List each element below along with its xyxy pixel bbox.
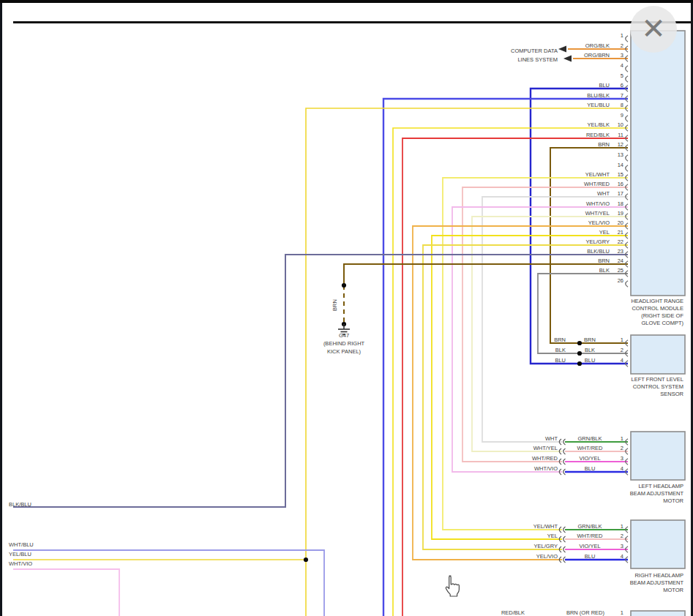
- pin-connector-arc: [626, 155, 628, 161]
- pin-number: 8: [621, 102, 623, 108]
- wire-label: BLU/BLK: [587, 92, 610, 99]
- background-window-edge: [0, 0, 13, 616]
- junction-dot: [577, 361, 582, 366]
- wire-label: BLK: [585, 347, 595, 353]
- wiring-diagram-viewer: 12ORG/BLK3ORG/BRN456BLU7BLU/BLK8YEL/BLU9…: [0, 0, 693, 616]
- pin-number: 25: [618, 267, 623, 274]
- wire-label: YEL: [599, 229, 610, 236]
- wire-label: WHT/RED: [532, 455, 558, 462]
- wire-label: BLU: [555, 357, 566, 364]
- pin-number: 16: [618, 181, 623, 187]
- junction-dot: [304, 557, 308, 562]
- wire-label: ORG/BLK: [585, 42, 610, 49]
- pin-number: 26: [618, 277, 623, 284]
- pin-number: 4: [621, 553, 623, 560]
- module-label-1: HEADLIGHT RANGE: [631, 298, 683, 304]
- wire-label: WHT/RED: [584, 181, 610, 187]
- wire-blk-pin25: [538, 274, 628, 353]
- pin-number: 24: [618, 258, 623, 264]
- pin-number: 22: [618, 238, 623, 245]
- wire-label: WHT: [545, 435, 558, 442]
- right-motor-label-2: BEAM ADJUSTMENT: [630, 579, 684, 586]
- module-label-4: GLOVE COMPT): [641, 320, 683, 326]
- computer-data-lines-label-2: LINES SYSTEM: [517, 56, 558, 63]
- pin-number: 5: [621, 72, 623, 79]
- left-front-level-sensor-box: [631, 335, 685, 374]
- wire-label: BLU: [585, 465, 596, 472]
- pin-number: 14: [618, 162, 623, 168]
- pin-number: 15: [618, 171, 623, 178]
- pin-number: 1: [621, 32, 623, 39]
- pin-number: 2: [621, 533, 623, 539]
- pin-number: 4: [621, 357, 623, 364]
- wire-label: YEL/WHT: [585, 171, 610, 178]
- pin-connector-arc: [626, 116, 628, 121]
- pin-number: 13: [618, 151, 623, 158]
- pin-number: 1: [621, 435, 623, 442]
- pin-number: 4: [621, 62, 623, 69]
- module-label-2: CONTROL MODULE: [632, 305, 683, 312]
- pin-number: 3: [621, 455, 623, 462]
- pin-connector-arc: [626, 66, 628, 72]
- wire-label: WHT: [597, 190, 610, 197]
- pin-number: 2: [621, 42, 623, 49]
- pin-number: 9: [621, 112, 623, 119]
- junction-dot: [577, 341, 582, 345]
- close-button[interactable]: ✕: [630, 6, 677, 53]
- arrow-computer-data-2: [563, 56, 572, 62]
- junction-dot: [342, 283, 346, 288]
- close-icon: ✕: [641, 14, 666, 43]
- wire-label: GRN/BLK: [578, 523, 602, 530]
- pin-number: 20: [618, 219, 623, 226]
- wire-label: VIO/YEL: [579, 543, 600, 549]
- headlight-range-control-module-box: [631, 31, 685, 296]
- pin-number: 17: [618, 190, 623, 197]
- sensor-label-2: CONTROL SYSTEM: [633, 383, 683, 390]
- left-motor-label-3: MOTOR: [663, 497, 683, 504]
- right-motor-label-1: RIGHT HEADLAMP: [634, 572, 683, 579]
- wire-label: BLK/BLU: [587, 248, 610, 255]
- sensor-label-3: SENSOR: [660, 391, 683, 397]
- pin-connector-arc: [626, 165, 628, 171]
- arrow-computer-data-1: [558, 46, 566, 53]
- bottom-label-brn-or-red: BRN (OR RED): [566, 609, 605, 616]
- pin-number: 1: [621, 337, 623, 343]
- wire-label: WHT/VIO: [586, 200, 610, 207]
- pin-number: 19: [618, 210, 623, 217]
- wire-label: YEL: [547, 533, 558, 539]
- pin-number: 3: [621, 543, 623, 549]
- top-bar: [0, 0, 693, 3]
- wire-brn-pin24: [344, 264, 628, 285]
- wire-label: WHT/VIO: [534, 465, 558, 472]
- pin-number: 7: [621, 92, 623, 99]
- module-label-3: (RIGHT SIDE OF: [641, 312, 683, 319]
- wire-label: RED/BLK: [586, 132, 610, 138]
- wire-label: WHT/YEL: [585, 210, 610, 217]
- pin-number: 3: [621, 52, 623, 59]
- wire-wht-vio-left-edge: [13, 569, 119, 616]
- pin-connector-arc: [626, 36, 628, 42]
- wire-label: BRN: [598, 141, 610, 148]
- bottom-pin-number-1: 1: [621, 609, 623, 616]
- wire-label: BLU: [585, 553, 596, 560]
- bottom-connector-box: [631, 611, 685, 616]
- pin-number: 11: [618, 132, 623, 138]
- wire-label: YEL/GRY: [586, 238, 610, 245]
- junction-dot: [577, 351, 582, 356]
- wire-label: BLU: [599, 82, 610, 89]
- wire-label: VIO/YEL: [579, 455, 600, 462]
- pin-number: 4: [621, 465, 623, 472]
- wire-label: WHT/RED: [577, 445, 604, 451]
- wire-label: YEL/BLU: [587, 102, 610, 108]
- left-motor-label-2: BEAM ADJUSTMENT: [630, 490, 684, 497]
- wire-yel-gry-pin22: [423, 245, 628, 549]
- wire-yel-vio-pin20: [413, 226, 628, 560]
- wire-label: YEL/GRY: [534, 543, 558, 549]
- pin-number: 1: [621, 523, 623, 530]
- wire-label: YEL/VIO: [536, 553, 558, 560]
- pin-number: 10: [618, 121, 623, 128]
- pin-number: 23: [618, 248, 623, 255]
- pin-number: 18: [618, 200, 623, 207]
- wire-label: BRN: [584, 337, 596, 343]
- ground-location-1: (BEHIND RIGHT: [323, 340, 365, 347]
